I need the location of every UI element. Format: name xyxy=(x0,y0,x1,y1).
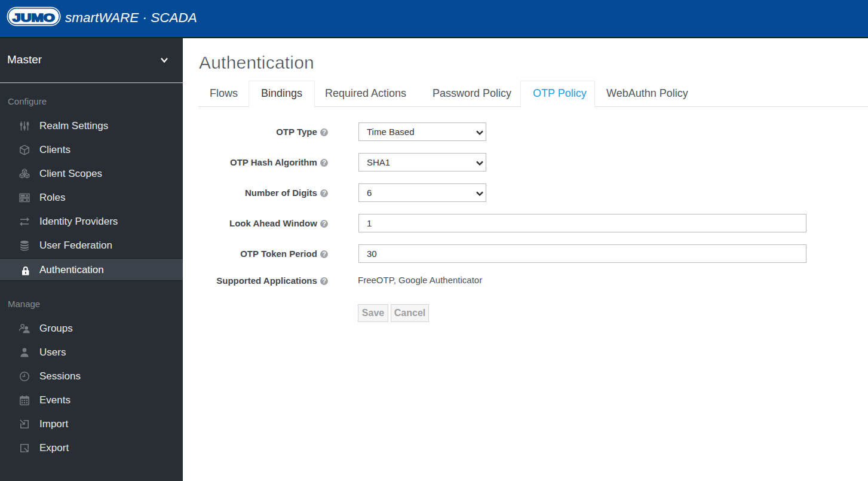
svg-text:JUMO: JUMO xyxy=(13,12,55,24)
